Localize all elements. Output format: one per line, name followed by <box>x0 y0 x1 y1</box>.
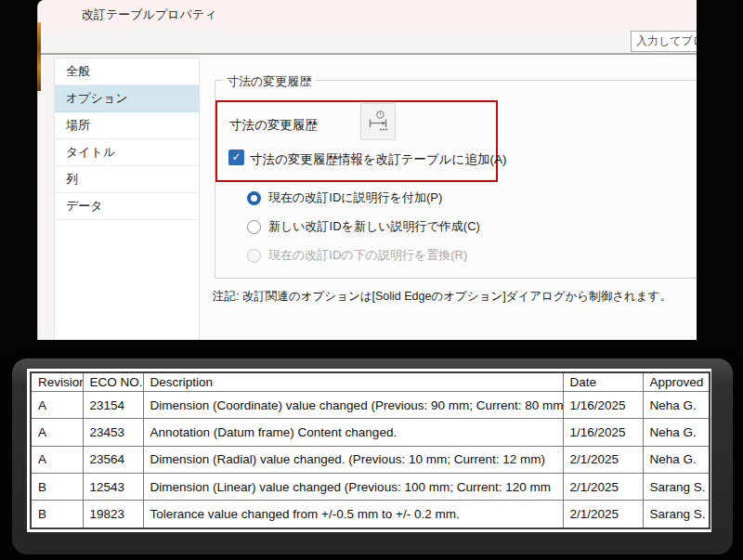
radio-append-description-to-current-id[interactable]: 現在の改訂IDに説明行を付加(P) <box>247 190 480 205</box>
table-cell: Neha G. <box>643 392 710 419</box>
radio-create-new-id-with-new-description[interactable]: 新しい改訂IDを新しい説明行で作成(C) <box>247 219 480 234</box>
table-row: A23154Dimension (Coordinate) value chang… <box>31 392 710 419</box>
background-window-sliver <box>37 22 41 91</box>
note-text: 注記: 改訂関連のオプションは[Solid Edgeのオプション]ダイアログから… <box>213 289 671 305</box>
table-cell: A <box>31 419 83 446</box>
revision-table-properties-dialog: 改訂テーブルプロパティ 全般オプション場所タイトル列データ 寸法の変更履歴 寸法… <box>37 0 697 340</box>
table-cell: Tolerance value changed from +/-0.5 mm t… <box>143 501 563 528</box>
radio-circle-icon <box>247 249 261 263</box>
table-cell: A <box>31 392 83 419</box>
table-cell: Sarang S. <box>643 474 710 501</box>
dimension-history-button[interactable] <box>360 103 396 140</box>
sidebar-item-options[interactable]: オプション <box>55 85 199 112</box>
table-header-cell: Description <box>143 372 563 392</box>
table-cell: 1/16/2025 <box>563 419 643 446</box>
table-cell: 2/1/2025 <box>563 446 643 473</box>
table-row: A23564Dimension (Radial) value changed. … <box>31 446 710 473</box>
radio-label: 現在の改訂IDの下の説明行を置換(R) <box>268 247 467 264</box>
check-icon: ✓ <box>231 150 241 163</box>
table-header-cell: Approved <box>643 372 710 392</box>
table-header-row: RevisionECO NO.DescriptionDateApproved <box>31 372 710 392</box>
revision-table-sheet: RevisionECO NO.DescriptionDateApproved A… <box>27 369 711 532</box>
sidebar-item-title[interactable]: タイトル <box>55 139 199 166</box>
table-cell: Annotation (Datum frame) Content changed… <box>143 419 563 446</box>
dimension-history-icon <box>367 110 389 134</box>
table-row: B19823Tolerance value changed from +/-0.… <box>31 501 710 528</box>
dialog-title: 改訂テーブルプロパティ <box>82 7 216 23</box>
property-search-input[interactable] <box>631 31 697 52</box>
screenshot-canvas: 改訂テーブルプロパティ 全般オプション場所タイトル列データ 寸法の変更履歴 寸法… <box>0 0 743 560</box>
table-cell: 23453 <box>83 419 143 446</box>
table-row: B12543Dimension (Linear) value changed (… <box>31 474 710 501</box>
sidebar-item-general[interactable]: 全般 <box>55 59 199 85</box>
table-cell: 12543 <box>83 474 143 501</box>
sidebar: 全般オプション場所タイトル列データ <box>54 58 200 340</box>
radio-circle-icon[interactable] <box>247 191 261 205</box>
table-cell: B <box>31 501 83 528</box>
dimension-history-label: 寸法の変更履歴 <box>229 117 318 134</box>
sidebar-item-columns[interactable]: 列 <box>55 166 199 193</box>
radio-label: 新しい改訂IDを新しい説明行で作成(C) <box>268 218 480 235</box>
radio-group: 現在の改訂IDに説明行を付加(P)新しい改訂IDを新しい説明行で作成(C)現在の… <box>247 190 480 277</box>
table-cell: Dimension (Radial) value changed. (Previ… <box>143 446 563 473</box>
table-cell: 2/1/2025 <box>563 474 643 501</box>
table-cell: 23564 <box>83 446 143 473</box>
sidebar-item-data[interactable]: データ <box>55 193 199 220</box>
groupbox-legend: 寸法の変更履歴 <box>222 73 316 90</box>
table-header-cell: Date <box>563 372 643 392</box>
sidebar-item-location[interactable]: 場所 <box>55 112 199 139</box>
table-cell: Neha G. <box>643 419 710 446</box>
table-row: A23453Annotation (Datum frame) Content c… <box>31 419 710 446</box>
table-cell: A <box>31 446 83 473</box>
table-cell: Neha G. <box>643 446 710 473</box>
add-to-revision-table-checkbox-label: 寸法の変更履歴情報を改訂テーブルに追加(A) <box>250 151 506 168</box>
table-cell: B <box>31 474 83 501</box>
table-cell: Dimension (Coordinate) value changed (Pr… <box>143 392 563 419</box>
revision-table-card: RevisionECO NO.DescriptionDateApproved A… <box>12 358 733 554</box>
table-cell: 19823 <box>83 501 143 528</box>
radio-label: 現在の改訂IDに説明行を付加(P) <box>268 189 442 206</box>
table-cell: Dimension (Linear) value changed (Previo… <box>143 474 563 501</box>
table-cell: 2/1/2025 <box>563 501 643 528</box>
radio-replace-description-under-current-id: 現在の改訂IDの下の説明行を置換(R) <box>247 248 480 263</box>
table-body: A23154Dimension (Coordinate) value chang… <box>31 392 710 529</box>
red-annotation-rectangle <box>215 100 498 182</box>
table-header-cell: Revision <box>31 372 83 392</box>
add-to-revision-table-checkbox[interactable]: ✓ <box>228 150 244 165</box>
table-header-cell: ECO NO. <box>83 372 143 392</box>
table-cell: Sarang S. <box>643 501 710 528</box>
revision-table: RevisionECO NO.DescriptionDateApproved A… <box>30 371 710 529</box>
radio-circle-icon[interactable] <box>247 220 261 234</box>
table-cell: 23154 <box>83 392 143 419</box>
table-cell: 1/16/2025 <box>563 392 643 419</box>
